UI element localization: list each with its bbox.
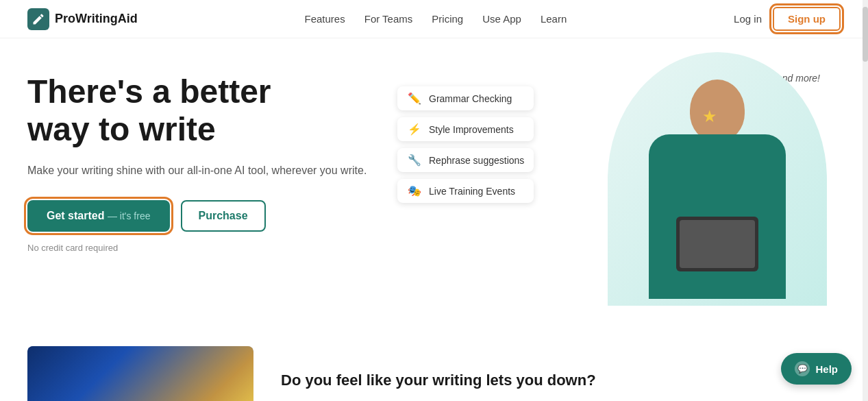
badge-grammar-label: Grammar Checking bbox=[429, 93, 512, 104]
hero-buttons: Get started — it's free Purchase bbox=[27, 200, 384, 232]
badge-grammar: ✏️ Grammar Checking bbox=[397, 86, 534, 110]
help-button[interactable]: 💬 Help bbox=[781, 353, 852, 385]
help-icon: 💬 bbox=[795, 361, 810, 376]
bottom-image bbox=[27, 346, 253, 401]
nav-actions: Log in Sign up bbox=[734, 7, 841, 31]
badge-training-label: Live Training Events bbox=[429, 186, 515, 197]
badge-style-label: Style Improvements bbox=[429, 124, 514, 135]
free-label: — it's free bbox=[108, 210, 151, 221]
person-head bbox=[690, 80, 745, 141]
nav-use-app[interactable]: Use App bbox=[482, 13, 521, 25]
main-nav: ProWritingAid Features For Teams Pricing… bbox=[0, 0, 868, 38]
logo-icon bbox=[27, 8, 49, 30]
purchase-button[interactable]: Purchase bbox=[181, 200, 266, 232]
get-started-button[interactable]: Get started — it's free bbox=[27, 200, 170, 232]
rephrase-icon: 🔧 bbox=[407, 154, 422, 167]
logo-svg bbox=[32, 12, 45, 26]
nav-links: Features For Teams Pricing Use App Learn bbox=[305, 13, 567, 25]
nav-learn[interactable]: Learn bbox=[541, 13, 567, 25]
person-body bbox=[649, 134, 786, 299]
bottom-question: Do you feel like your writing lets you d… bbox=[281, 372, 596, 389]
badge-rephrase: 🔧 Rephrase suggestions bbox=[397, 148, 534, 172]
hero-title: There's a better way to write bbox=[27, 73, 384, 148]
hero-left: There's a better way to write Make your … bbox=[27, 66, 384, 253]
badge-training: 🎭 Live Training Events bbox=[397, 179, 534, 203]
scroll-thumb[interactable] bbox=[863, 7, 868, 62]
person-figure bbox=[635, 73, 799, 306]
training-icon: 🎭 bbox=[407, 184, 422, 197]
hero-title-line2: way to write bbox=[27, 111, 216, 147]
bottom-section: Do you feel like your writing lets you d… bbox=[0, 332, 868, 401]
laptop bbox=[676, 217, 758, 271]
nav-pricing[interactable]: Pricing bbox=[432, 13, 463, 25]
scrollbar[interactable] bbox=[863, 0, 868, 401]
nav-features[interactable]: Features bbox=[305, 13, 345, 25]
nav-teams[interactable]: For Teams bbox=[364, 13, 413, 25]
help-label: Help bbox=[815, 363, 838, 375]
no-credit-card-text: No credit card required bbox=[27, 243, 384, 253]
hero-right: ...and more! ✏️ Grammar Checking ⚡ Style… bbox=[384, 66, 841, 313]
hero-illustration bbox=[608, 52, 827, 306]
feature-badges: ✏️ Grammar Checking ⚡ Style Improvements… bbox=[397, 86, 534, 203]
style-icon: ⚡ bbox=[407, 123, 422, 136]
hero-subtitle: Make your writing shine with our all-in-… bbox=[27, 162, 384, 180]
get-started-label: Get started bbox=[47, 210, 104, 221]
logo-link[interactable]: ProWritingAid bbox=[27, 8, 138, 30]
image-overlay bbox=[27, 346, 253, 401]
laptop-screen bbox=[680, 220, 755, 268]
badge-style: ⚡ Style Improvements bbox=[397, 117, 534, 141]
hero-title-line1: There's a better bbox=[27, 73, 271, 110]
signup-button[interactable]: Sign up bbox=[773, 7, 841, 31]
login-link[interactable]: Log in bbox=[734, 13, 762, 25]
logo-text: ProWritingAid bbox=[55, 12, 138, 26]
hero-section: There's a better way to write Make your … bbox=[0, 38, 868, 332]
grammar-icon: ✏️ bbox=[407, 92, 422, 105]
badge-rephrase-label: Rephrase suggestions bbox=[429, 155, 524, 166]
star-decoration: ★ bbox=[702, 107, 717, 126]
bottom-text: Do you feel like your writing lets you d… bbox=[281, 372, 596, 389]
